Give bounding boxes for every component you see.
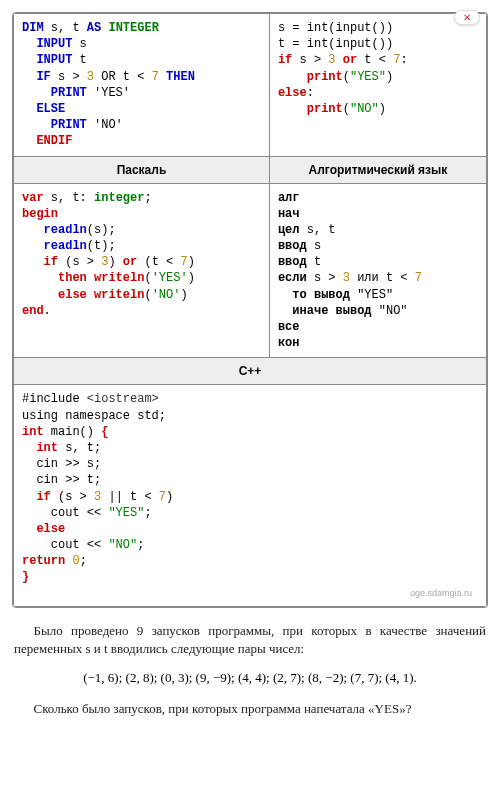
algo-cell: алг нач цел s, t ввод s ввод t если s > … xyxy=(269,183,486,358)
header-cpp: С++ xyxy=(14,358,487,385)
header-algo: Алгоритмический язык xyxy=(269,156,486,183)
header-pascal: Паскаль xyxy=(14,156,270,183)
paragraph-2: Сколько было запусков, при которых прогр… xyxy=(14,700,486,718)
close-badge[interactable]: ✕ xyxy=(454,10,480,25)
watermark: oge.sdamgia.ru xyxy=(22,586,478,600)
python-code: s = int(input()) t = int(input()) if s >… xyxy=(278,20,478,117)
pascal-code: var s, t: integer; begin readln(s); read… xyxy=(22,190,261,320)
code-card: DIM s, t AS INTEGER INPUT s INPUT t IF s… xyxy=(12,12,488,608)
paragraph-1: Было проведено 9 запусков программы, при… xyxy=(14,622,486,658)
cpp-code: #include <iostream> using namespace std;… xyxy=(22,391,478,585)
algo-code: алг нач цел s, t ввод s ввод t если s > … xyxy=(278,190,478,352)
basic-cell: DIM s, t AS INTEGER INPUT s INPUT t IF s… xyxy=(14,14,270,157)
cpp-cell: #include <iostream> using namespace std;… xyxy=(14,385,487,606)
python-cell: s = int(input()) t = int(input()) if s >… xyxy=(269,14,486,157)
basic-code: DIM s, t AS INTEGER INPUT s INPUT t IF s… xyxy=(22,20,261,150)
pascal-cell: var s, t: integer; begin readln(s); read… xyxy=(14,183,270,358)
pairs-list: (−1, 6); (2, 8); (0, 3); (9, −9); (4, 4)… xyxy=(14,670,486,686)
code-table: DIM s, t AS INTEGER INPUT s INPUT t IF s… xyxy=(13,13,487,607)
